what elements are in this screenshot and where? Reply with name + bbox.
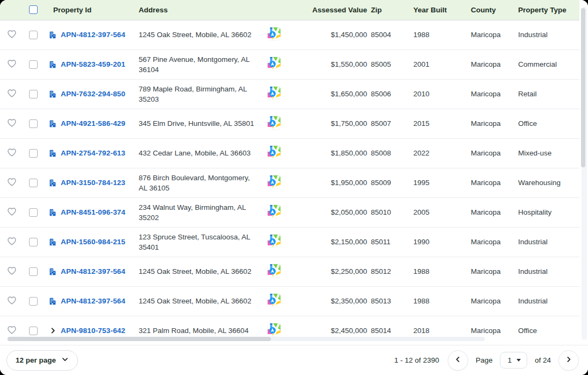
property-type-cell: Industrial — [514, 20, 579, 49]
year-built-cell: 1988 — [410, 286, 467, 316]
favorite-heart-icon[interactable] — [6, 29, 17, 39]
property-table: Property Id Address Assessed Value Zip Y… — [0, 0, 579, 345]
county-cell: Maricopa — [467, 79, 514, 109]
row-checkbox[interactable] — [29, 90, 38, 98]
vertical-scrollbar-thumb[interactable] — [581, 8, 585, 167]
assessed-value-cell: $2,150,000 — [300, 227, 367, 257]
property-id-link[interactable]: APN-4812-397-564 — [61, 297, 125, 305]
favorite-heart-icon[interactable] — [6, 147, 17, 158]
expand-chevron-icon[interactable] — [48, 327, 57, 335]
maps-icon[interactable] — [268, 27, 281, 40]
header-heart-column — [0, 0, 25, 20]
property-id-link[interactable]: APN-8451-096-374 — [61, 208, 125, 216]
building-icon — [48, 60, 57, 69]
vertical-scrollbar-track[interactable] — [582, 6, 587, 340]
row-checkbox[interactable] — [29, 267, 38, 276]
zip-cell: 85005 — [367, 49, 410, 79]
property-table-area: Property Id Address Assessed Value Zip Y… — [0, 0, 588, 345]
select-all-checkbox[interactable] — [29, 5, 38, 14]
header-zip: Zip — [367, 0, 410, 20]
maps-icon[interactable] — [268, 57, 281, 70]
county-cell: Maricopa — [467, 257, 514, 286]
maps-icon[interactable] — [268, 264, 281, 277]
row-checkbox[interactable] — [29, 60, 38, 69]
zip-cell: 85011 — [367, 227, 410, 257]
zip-cell: 85006 — [367, 79, 410, 109]
chevron-right-icon — [565, 356, 572, 365]
property-type-cell: Retail — [514, 79, 579, 109]
favorite-heart-icon[interactable] — [6, 58, 17, 69]
row-checkbox[interactable] — [29, 179, 38, 187]
property-id-link[interactable]: APN-4812-397-564 — [61, 267, 125, 275]
county-cell: Maricopa — [467, 168, 514, 197]
county-cell: Maricopa — [467, 109, 514, 138]
row-checkbox[interactable] — [29, 208, 38, 217]
table-header-row: Property Id Address Assessed Value Zip Y… — [0, 0, 579, 20]
header-address: Address — [139, 0, 267, 20]
property-id-link[interactable]: APN-5823-459-201 — [61, 60, 125, 68]
building-icon — [48, 267, 57, 276]
table-row: APN-8451-096-374 234 Walnut Way, Birming… — [0, 197, 579, 227]
favorite-heart-icon[interactable] — [6, 295, 17, 306]
year-built-cell: 2015 — [410, 109, 467, 138]
property-id-link[interactable]: APN-4812-397-564 — [61, 31, 125, 39]
maps-icon[interactable] — [268, 294, 281, 307]
row-checkbox[interactable] — [29, 119, 38, 128]
favorite-heart-icon[interactable] — [6, 236, 17, 246]
year-built-cell: 2022 — [410, 138, 467, 168]
maps-icon[interactable] — [268, 175, 281, 188]
property-id-link[interactable]: APN-4921-586-429 — [61, 119, 125, 128]
property-type-cell: Industrial — [514, 227, 579, 257]
row-checkbox[interactable] — [29, 297, 38, 306]
building-icon — [48, 179, 57, 187]
maps-icon[interactable] — [268, 116, 281, 129]
header-property-id: Property Id — [47, 0, 139, 20]
zip-cell: 85012 — [367, 257, 410, 286]
row-checkbox[interactable] — [29, 238, 38, 246]
property-type-cell: Industrial — [514, 257, 579, 286]
property-id-link[interactable]: APN-7632-294-850 — [61, 90, 125, 98]
per-page-dropdown[interactable]: 12 per page — [6, 350, 78, 371]
horizontal-scrollbar-thumb[interactable] — [8, 337, 271, 341]
building-icon — [48, 90, 57, 98]
favorite-heart-icon[interactable] — [6, 324, 17, 335]
maps-icon[interactable] — [268, 235, 281, 247]
property-id-link[interactable]: APN-3150-784-123 — [61, 179, 125, 187]
favorite-heart-icon[interactable] — [6, 265, 17, 276]
assessed-value-cell: $1,450,000 — [300, 20, 367, 49]
range-label: 1 - 12 of 2390 — [395, 356, 439, 364]
favorite-heart-icon[interactable] — [6, 117, 17, 128]
row-checkbox[interactable] — [29, 149, 38, 158]
header-checkbox-cell — [25, 0, 47, 20]
maps-icon[interactable] — [268, 205, 281, 218]
page-number-select[interactable]: 1 — [500, 352, 527, 369]
property-type-cell: Mixed-use — [514, 138, 579, 168]
county-cell: Maricopa — [467, 286, 514, 316]
row-checkbox[interactable] — [29, 31, 38, 39]
favorite-heart-icon[interactable] — [6, 206, 17, 217]
chevron-left-icon — [454, 356, 462, 365]
assessed-value-cell: $1,550,000 — [300, 49, 367, 79]
favorite-heart-icon[interactable] — [6, 176, 17, 187]
total-pages-label: of 24 — [535, 356, 551, 364]
property-id-link[interactable]: APN-9810-753-642 — [61, 327, 125, 335]
maps-icon[interactable] — [268, 146, 281, 159]
year-built-cell: 2001 — [410, 49, 467, 79]
row-checkbox[interactable] — [29, 327, 38, 335]
property-id-link[interactable]: APN-2754-792-613 — [61, 149, 125, 157]
page-label: Page — [476, 356, 493, 364]
property-type-cell: Office — [514, 316, 579, 345]
table-row: APN-7632-294-850 789 Maple Road, Birming… — [0, 79, 579, 109]
table-row: APN-4812-397-564 1245 Oak Street, Mobile… — [0, 286, 579, 316]
property-id-link[interactable]: APN-1560-984-215 — [61, 238, 125, 246]
maps-icon[interactable] — [268, 323, 281, 336]
maps-icon[interactable] — [268, 87, 281, 100]
favorite-heart-icon[interactable] — [6, 88, 17, 98]
next-page-button[interactable] — [558, 350, 579, 371]
previous-page-button[interactable] — [448, 350, 468, 371]
page-number-value: 1 — [507, 356, 512, 364]
table-row: APN-5823-459-201 567 Pine Avenue, Montgo… — [0, 49, 579, 79]
assessed-value-cell: $1,750,000 — [300, 109, 367, 138]
county-cell: Maricopa — [467, 20, 514, 49]
table-row: APN-3150-784-123 876 Birch Boulevard, Mo… — [0, 168, 579, 197]
